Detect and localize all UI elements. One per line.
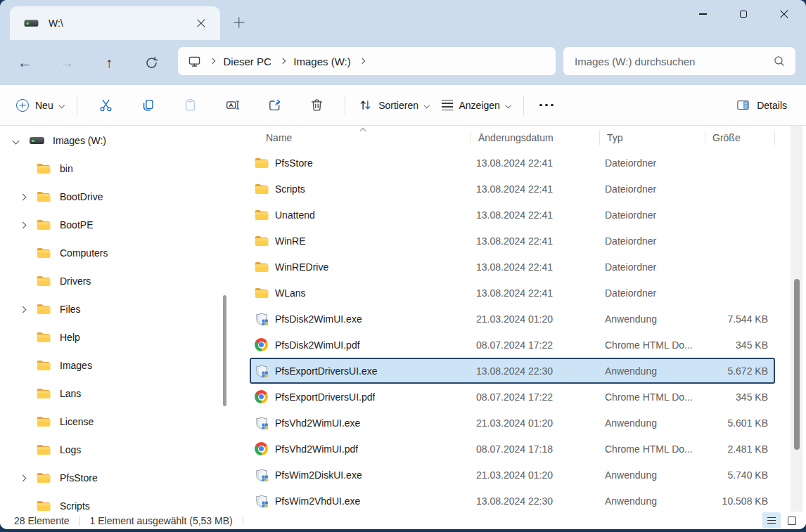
details-view-button[interactable] — [762, 512, 781, 528]
explorer-tab[interactable]: W:\ — [10, 6, 220, 40]
rename-button[interactable] — [211, 91, 253, 119]
file-list: PfsStore13.08.2024 22:41DateiordnerScrip… — [250, 150, 775, 512]
view-button[interactable]: Anzeigen — [435, 91, 517, 119]
more-options-button[interactable] — [539, 104, 554, 107]
drive-icon — [25, 20, 39, 27]
file-date: 13.08.2024 22:41 — [469, 261, 598, 273]
file-size: 7.544 KB — [703, 313, 774, 325]
sidebar-item-license[interactable]: License — [0, 408, 239, 436]
file-row[interactable]: PfsVhd2WimUI.pdf08.07.2024 17:18Chrome H… — [250, 436, 775, 462]
breadcrumb-chevron-icon[interactable] — [359, 58, 365, 64]
file-list-pane: NameÄnderungsdatumTypGröße PfsStore13.08… — [239, 126, 791, 512]
sidebar-item-logs[interactable]: Logs — [0, 436, 239, 464]
details-view-icon — [767, 517, 776, 524]
tree-chevron-icon[interactable] — [17, 476, 28, 481]
close-button[interactable] — [764, 0, 805, 28]
sidebar-item-help[interactable]: Help — [0, 323, 239, 351]
folder-icon — [37, 163, 52, 174]
close-icon — [780, 10, 789, 19]
tree-chevron-icon[interactable] — [17, 223, 28, 228]
sidebar-item-label: BootDrive — [60, 191, 103, 202]
sidebar-item-bin[interactable]: bin — [0, 155, 239, 183]
folder-icon — [37, 388, 52, 399]
tree-chevron-icon[interactable] — [17, 195, 28, 200]
search-icon[interactable] — [773, 55, 786, 67]
minimize-button[interactable] — [682, 0, 723, 28]
column-header-nderungsdatum[interactable]: Änderungsdatum — [471, 131, 599, 145]
sidebar-item-scripts[interactable]: Scripts — [0, 492, 239, 512]
details-pane-button[interactable]: Details — [729, 91, 793, 119]
address-bar[interactable]: Dieser PC Images (W:) — [178, 47, 556, 75]
sidebar-item-pfsstore[interactable]: PfsStore — [0, 464, 239, 492]
breadcrumb-dieser-pc[interactable]: Dieser PC — [224, 56, 271, 67]
column-header-typ[interactable]: Typ — [599, 131, 705, 145]
sidebar-item-bootpe[interactable]: BootPE — [0, 211, 239, 239]
file-name-cell: PfsVhd2WimUI.exe — [251, 416, 469, 430]
toolbar-separator — [523, 96, 524, 115]
tree-chevron-icon[interactable] — [17, 307, 28, 312]
delete-button[interactable] — [295, 91, 338, 119]
back-button[interactable]: ← — [4, 55, 46, 71]
file-row[interactable]: PfsDisk2WimUI.exe21.03.2024 01:20Anwendu… — [250, 306, 775, 332]
details-pane-icon — [736, 98, 750, 112]
file-row[interactable]: Unattend13.08.2024 22:41Dateiordner — [250, 202, 775, 228]
new-tab-button[interactable] — [231, 14, 248, 31]
file-row[interactable]: PfsStore13.08.2024 22:41Dateiordner — [250, 150, 775, 176]
vertical-scrollbar-track[interactable] — [791, 126, 802, 512]
breadcrumb-images-w[interactable]: Images (W:) — [293, 56, 350, 67]
up-button[interactable]: ↑ — [88, 55, 130, 71]
vertical-scrollbar-thumb[interactable] — [794, 279, 800, 450]
icons-view-button[interactable] — [783, 512, 801, 528]
tab-close-icon[interactable] — [192, 14, 210, 32]
sidebar-item-label: Drivers — [60, 275, 91, 287]
file-size: 2.481 KB — [703, 443, 774, 455]
sidebar-item-images-w[interactable]: Images (W:) — [0, 126, 239, 155]
sidebar-item-label: Images (W:) — [53, 135, 106, 146]
sidebar-item-computers[interactable]: Computers — [0, 239, 239, 267]
file-type: Anwendung — [598, 313, 703, 325]
file-name: PfsVhd2WimUI.pdf — [275, 443, 358, 455]
file-row[interactable]: PfsDisk2WimUI.pdf08.07.2024 17:22Chrome … — [250, 332, 775, 358]
file-name: PfsVhd2WimUI.exe — [275, 417, 360, 429]
tree-chevron-icon[interactable] — [10, 138, 21, 143]
sidebar-scrollbar[interactable] — [223, 295, 226, 406]
sidebar-item-label: Help — [60, 332, 80, 343]
sort-ascending-icon — [361, 124, 365, 135]
file-type: Chrome HTML Do... — [598, 339, 703, 351]
cut-button[interactable] — [84, 91, 127, 119]
file-row[interactable]: PfsExportDriversUI.pdf08.07.2024 17:22Ch… — [250, 384, 775, 410]
file-size: 5.740 KB — [703, 469, 774, 481]
column-header-gr-e[interactable]: Größe — [705, 131, 775, 145]
view-button-label: Anzeigen — [459, 100, 500, 111]
copy-button[interactable] — [127, 91, 169, 119]
sidebar-item-label: License — [60, 416, 94, 427]
file-row[interactable]: PfsWim2VhdUI.exe13.08.2024 22:30Anwendun… — [250, 488, 775, 512]
file-row[interactable]: WLans13.08.2024 22:41Dateiordner — [250, 280, 775, 306]
column-header-name[interactable]: Name — [250, 131, 471, 145]
maximize-button[interactable] — [723, 0, 764, 28]
file-row[interactable]: PfsExportDriversUI.exe13.08.2024 22:30An… — [250, 358, 775, 384]
sidebar-item-images[interactable]: Images — [0, 351, 239, 379]
file-name-cell: PfsExportDriversUI.pdf — [251, 390, 469, 403]
file-row[interactable]: WinRE13.08.2024 22:41Dateiordner — [250, 228, 775, 254]
share-button[interactable] — [253, 91, 295, 119]
folder-icon — [255, 183, 269, 195]
folder-icon — [37, 416, 52, 427]
file-name: WinRE — [275, 235, 306, 247]
file-row[interactable]: WinREDrive13.08.2024 22:41Dateiordner — [250, 254, 775, 280]
file-type: Anwendung — [598, 469, 703, 481]
file-row[interactable]: Scripts13.08.2024 22:41Dateiordner — [250, 176, 775, 202]
sidebar-item-bootdrive[interactable]: BootDrive — [0, 183, 239, 211]
trash-icon — [309, 98, 324, 112]
new-button-label: Neu — [35, 100, 53, 111]
refresh-button[interactable] — [130, 56, 172, 70]
sidebar-item-lans[interactable]: Lans — [0, 379, 239, 408]
sidebar-item-files[interactable]: Files — [0, 295, 239, 323]
new-button[interactable]: Neu — [10, 91, 70, 119]
file-row[interactable]: PfsWim2DiskUI.exe21.03.2024 01:20Anwendu… — [250, 462, 775, 488]
file-row[interactable]: PfsVhd2WimUI.exe21.03.2024 01:20Anwendun… — [250, 410, 775, 436]
search-input[interactable] — [573, 55, 773, 68]
sort-button[interactable]: Sortieren — [352, 91, 435, 119]
window-controls — [682, 0, 805, 28]
sidebar-item-drivers[interactable]: Drivers — [0, 267, 239, 295]
